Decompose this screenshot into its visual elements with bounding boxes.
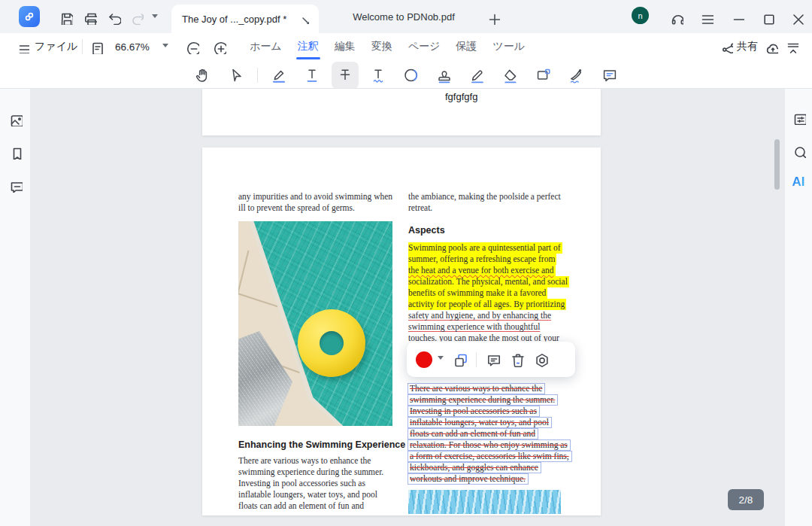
right-rail: AI: [785, 89, 812, 526]
shapes-tool-icon[interactable]: [530, 62, 557, 89]
left-rail: [0, 89, 30, 526]
collapse-toolbar-button[interactable]: [784, 40, 798, 54]
zoom-out-button[interactable]: [185, 33, 199, 60]
color-caret-icon[interactable]: [438, 356, 444, 363]
left-intro: any impurities and to avoid swimming whe…: [238, 191, 392, 214]
underline-annotation: safety and hygiene, and by enhancing the…: [408, 310, 551, 333]
highlight-annotation: Swimming pools are a quintessential part…: [408, 242, 569, 310]
titlebar: The Joy of ..._copy.pdf * Welcome to PDN…: [0, 0, 812, 33]
highlighter-tool-icon[interactable]: [265, 62, 292, 89]
nav-protect[interactable]: 保護: [456, 34, 477, 59]
right-intro: the ambiance, making the poolside a perf…: [408, 191, 561, 214]
strikethrough-annotation: There are various ways to enhance theswi…: [408, 383, 572, 485]
bookmarks-icon[interactable]: [5, 141, 26, 163]
tab-document[interactable]: The Joy of ..._copy.pdf *: [171, 5, 319, 33]
main-menu-button[interactable]: [696, 8, 716, 27]
nav-annotate[interactable]: 注釈: [298, 34, 319, 59]
zoom-level-value: 66.67%: [115, 41, 150, 53]
pencil-tool-icon[interactable]: [464, 62, 491, 89]
zoom-level[interactable]: 66.67%: [115, 33, 150, 60]
nav-edit[interactable]: 編集: [335, 34, 356, 59]
annotation-settings-button[interactable]: [533, 351, 549, 367]
main-nav: ホーム 注釈 編集 変換 ページ 保護 ツール: [250, 33, 525, 60]
file-menu[interactable]: ファイル: [17, 33, 77, 60]
squiggly-underline-tool-icon[interactable]: [365, 62, 392, 89]
scrollbar-thumb[interactable]: [774, 139, 780, 190]
underline-tool-icon[interactable]: [298, 62, 326, 89]
tool-divider: [257, 68, 258, 83]
thumbnails-icon[interactable]: [5, 108, 26, 129]
share-button[interactable]: 共有: [720, 40, 758, 53]
minimize-button[interactable]: [727, 8, 747, 27]
strikethrough-tool-icon[interactable]: [332, 62, 359, 89]
save-button[interactable]: [56, 8, 75, 27]
right-heading: Aspects: [408, 225, 445, 236]
app-logo-icon[interactable]: [19, 6, 40, 27]
hand-tool-icon[interactable]: [189, 62, 217, 89]
pool-photo: [238, 221, 392, 426]
left-heading: Enhancing the Swimming Experience: [238, 439, 405, 450]
toolbar-block: ファイル 66.67% ホーム 注釈 編集 変換 ページ 保護: [0, 33, 812, 89]
close-button[interactable]: [786, 8, 806, 27]
pool-float-ring: [298, 309, 365, 377]
eraser-tool-icon[interactable]: [497, 62, 524, 89]
comment-tool-icon[interactable]: [596, 62, 623, 89]
copy-annotation-button[interactable]: [452, 351, 468, 367]
share-label: 共有: [737, 40, 758, 53]
stamp-tool-icon[interactable]: [431, 62, 458, 89]
zoom-in-button[interactable]: [212, 33, 226, 60]
nav-convert[interactable]: 変換: [371, 34, 392, 59]
menu-row: ファイル 66.67% ホーム 注釈 編集 変換 ページ 保護: [0, 33, 812, 60]
history-caret-icon[interactable]: [148, 8, 162, 27]
tab-close-icon[interactable]: [296, 11, 311, 26]
undo-button[interactable]: [104, 8, 123, 27]
print-button[interactable]: [80, 8, 99, 27]
tab-welcome[interactable]: Welcome to PDNob.pdf: [332, 0, 475, 33]
annotation-toolbar: [189, 61, 623, 89]
color-swatch-red[interactable]: [416, 351, 432, 368]
nav-page[interactable]: ページ: [408, 34, 441, 59]
nav-tools[interactable]: ツール: [492, 34, 525, 59]
left-paragraph: There are various ways to enhance theswi…: [238, 455, 383, 512]
menu-divider: [82, 39, 83, 54]
file-menu-label: ファイル: [35, 40, 77, 53]
cloud-upload-button[interactable]: [764, 40, 778, 54]
select-tool-icon[interactable]: [223, 62, 250, 89]
note-button[interactable]: [485, 351, 501, 367]
area-highlight-tool-icon[interactable]: [398, 62, 425, 89]
maximize-button[interactable]: [757, 8, 777, 27]
delete-annotation-button[interactable]: [509, 351, 525, 367]
tab-document-label: The Joy of ..._copy.pdf *: [182, 14, 296, 25]
pdf-page-1: fgfgfgfg: [202, 89, 601, 135]
app-window: The Joy of ..._copy.pdf * Welcome to PDN…: [0, 0, 812, 526]
properties-icon[interactable]: [788, 107, 809, 128]
fit-page-button[interactable]: [89, 33, 103, 60]
pool-chair: [238, 331, 292, 426]
annotation-floating-toolbar: [407, 342, 575, 377]
typed-text[interactable]: fgfgfgfg: [445, 91, 477, 102]
support-headset-icon[interactable]: [666, 8, 686, 27]
file-hamburger-icon: [17, 41, 29, 53]
comments-icon[interactable]: [5, 175, 26, 196]
nav-home[interactable]: ホーム: [250, 34, 282, 59]
signature-tool-icon[interactable]: [563, 62, 590, 89]
floatbar-divider: [476, 352, 477, 367]
search-icon[interactable]: [788, 140, 809, 161]
ai-icon[interactable]: AI: [788, 172, 809, 193]
page-number-badge: 2/8: [728, 489, 764, 510]
new-tab-button[interactable]: [483, 8, 502, 27]
zoom-caret-icon[interactable]: [162, 33, 168, 60]
redo-button[interactable]: [126, 8, 146, 27]
share-nodes-icon: [720, 41, 733, 53]
pdf-page-2: any impurities and to avoid swimming whe…: [202, 147, 601, 515]
account-avatar[interactable]: n: [632, 7, 649, 24]
share-group: 共有: [720, 33, 798, 60]
water-photo: [408, 490, 561, 514]
